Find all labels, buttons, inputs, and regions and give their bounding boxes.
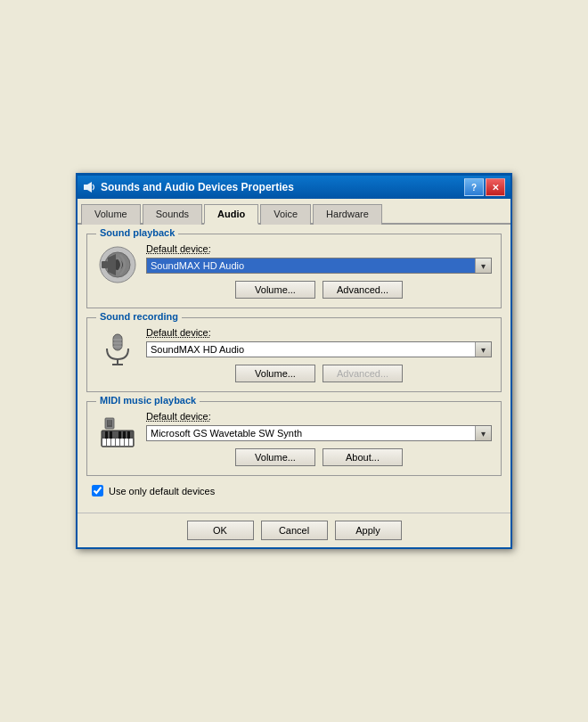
svg-rect-24: [118, 431, 121, 439]
sound-playback-group: Sound playback Default device:: [86, 234, 502, 308]
recording-right: Default device: SoundMAX HD Audio Volume…: [146, 327, 492, 382]
svg-rect-26: [127, 431, 130, 439]
svg-rect-18: [116, 439, 119, 446]
recording-select-row: SoundMAX HD Audio: [146, 341, 492, 357]
svg-marker-1: [87, 182, 92, 193]
svg-rect-23: [110, 431, 112, 439]
tab-hardware[interactable]: Hardware: [313, 204, 382, 225]
sound-recording-group: Sound recording: [86, 317, 502, 392]
svg-rect-19: [120, 439, 124, 446]
sound-playback-label: Sound playback: [96, 227, 178, 238]
playback-advanced-button[interactable]: Advanced...: [323, 281, 403, 299]
title-bar-buttons: ? ✕: [464, 178, 505, 196]
sound-recording-label: Sound recording: [96, 311, 182, 322]
midi-playback-label: MIDI music playback: [96, 395, 200, 406]
title-bar-text: Sounds and Audio Devices Properties: [83, 180, 294, 194]
svg-rect-17: [111, 439, 115, 446]
midi-btn-row: Volume... About...: [146, 448, 492, 466]
svg-rect-20: [125, 439, 128, 446]
tab-voice[interactable]: Voice: [260, 204, 311, 225]
playback-btn-row: Volume... Advanced...: [146, 281, 492, 299]
svg-rect-25: [123, 431, 126, 439]
svg-rect-15: [102, 439, 106, 446]
playback-device-label: Default device:: [146, 243, 492, 254]
svg-rect-16: [107, 439, 110, 446]
midi-right: Default device: Microsoft GS Wavetable S…: [146, 411, 492, 466]
midi-icon: [96, 411, 139, 454]
mic-svg: [98, 329, 137, 368]
recording-device-select[interactable]: SoundMAX HD Audio: [146, 341, 492, 357]
svg-rect-0: [84, 185, 87, 190]
microphone-icon: [96, 327, 139, 370]
tab-strip: Volume Sounds Audio Voice Hardware: [78, 199, 510, 225]
playback-volume-button[interactable]: Volume...: [235, 281, 315, 299]
title-bar: Sounds and Audio Devices Properties ? ✕: [78, 176, 510, 199]
midi-device-label: Default device:: [146, 411, 492, 422]
svg-rect-7: [113, 334, 122, 350]
recording-btn-row: Volume... Advanced...: [146, 365, 492, 382]
midi-device-select[interactable]: Microsoft GS Wavetable SW Synth: [146, 425, 492, 441]
help-button[interactable]: ?: [464, 178, 484, 196]
speaker-icon: [96, 243, 139, 286]
cancel-button[interactable]: Cancel: [261, 521, 328, 540]
speaker-svg: [98, 245, 137, 284]
ok-button[interactable]: OK: [187, 521, 254, 540]
svg-rect-21: [129, 439, 133, 446]
tab-audio[interactable]: Audio: [204, 204, 258, 225]
apply-button[interactable]: Apply: [335, 521, 402, 540]
main-window: Sounds and Audio Devices Properties ? ✕ …: [76, 173, 512, 549]
tab-sounds[interactable]: Sounds: [143, 204, 202, 225]
svg-rect-5: [102, 261, 108, 268]
default-devices-label[interactable]: Use only default devices: [109, 486, 215, 496]
window-title: Sounds and Audio Devices Properties: [101, 181, 294, 193]
svg-rect-22: [105, 431, 108, 439]
recording-select-wrapper: SoundMAX HD Audio: [146, 341, 492, 357]
midi-about-button[interactable]: About...: [323, 448, 403, 466]
speaker-title-icon: [83, 180, 97, 194]
recording-device-label: Default device:: [146, 327, 492, 338]
default-devices-row: Use only default devices: [92, 485, 496, 496]
midi-select-row: Microsoft GS Wavetable SW Synth: [146, 425, 492, 441]
midi-select-wrapper: Microsoft GS Wavetable SW Synth: [146, 425, 492, 441]
playback-select-wrapper: SoundMAX HD Audio: [146, 258, 492, 274]
recording-advanced-button: Advanced...: [323, 365, 403, 382]
default-devices-checkbox[interactable]: [92, 485, 103, 496]
tab-content: Sound playback Default device:: [78, 225, 510, 513]
playback-select-row: SoundMAX HD Audio: [146, 258, 492, 274]
recording-volume-button[interactable]: Volume...: [235, 365, 315, 382]
bottom-bar: OK Cancel Apply: [78, 513, 510, 547]
midi-volume-button[interactable]: Volume...: [235, 448, 315, 466]
tab-volume[interactable]: Volume: [81, 204, 141, 225]
midi-svg: [98, 413, 137, 452]
playback-device-select[interactable]: SoundMAX HD Audio: [146, 258, 492, 274]
sound-playback-right: Default device: SoundMAX HD Audio Volume…: [146, 243, 492, 299]
close-button[interactable]: ✕: [486, 178, 505, 196]
svg-marker-6: [108, 254, 116, 275]
midi-playback-group: MIDI music playback: [86, 401, 502, 476]
